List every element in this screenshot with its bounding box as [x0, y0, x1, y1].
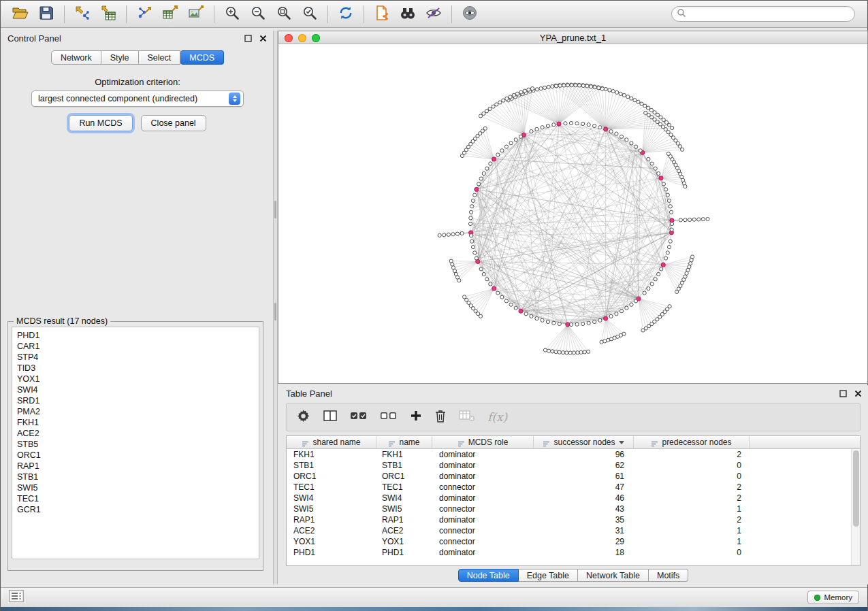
zoom-selected-button[interactable] [297, 3, 323, 25]
table-row[interactable]: TEC1TEC1connector472 [287, 482, 851, 493]
show-columns-button[interactable] [323, 409, 338, 425]
close-table-panel-icon[interactable] [852, 388, 863, 399]
mcds-result-item[interactable]: RAP1 [12, 461, 259, 472]
menu-list-button[interactable] [9, 590, 24, 605]
table-panel-tabs: Node Table Edge Table Network Table Moti… [278, 569, 868, 582]
import-network-icon [74, 5, 91, 24]
mcds-result-item[interactable]: TEC1 [12, 493, 259, 504]
mcds-result-item[interactable]: PMA2 [12, 406, 259, 417]
run-mcds-button[interactable]: Run MCDS [69, 115, 132, 131]
show-graphics-details-button[interactable] [457, 3, 483, 25]
minimize-window-icon[interactable] [298, 34, 306, 42]
table-row[interactable]: PHD1PHD1dominator180 [287, 547, 851, 558]
tab-mcds[interactable]: MCDS [180, 50, 224, 65]
hide-graphics-details-button[interactable] [421, 3, 447, 25]
tab-select[interactable]: Select [139, 50, 181, 65]
global-search-box[interactable] [671, 6, 855, 22]
delete-column-button[interactable] [434, 409, 447, 426]
node-table-body[interactable]: FKH1FKH1dominator962STB1STB1dominator620… [287, 449, 851, 565]
save-session-button[interactable] [33, 3, 59, 25]
table-row[interactable]: STB1STB1dominator620 [287, 460, 851, 471]
mcds-result-item[interactable]: ORC1 [12, 450, 259, 461]
column-header-name[interactable]: name [376, 436, 432, 448]
table-row[interactable]: ACE2ACE2connector311 [287, 525, 851, 536]
network-canvas[interactable] [278, 44, 867, 383]
tab-motifs[interactable]: Motifs [649, 569, 688, 582]
panel-divider[interactable] [273, 31, 278, 584]
export-table-button[interactable] [157, 3, 183, 25]
mcds-result-item[interactable]: CAR1 [12, 341, 259, 352]
table-settings-button[interactable] [296, 409, 310, 426]
zoom-out-button[interactable] [245, 3, 271, 25]
mcds-result-item[interactable]: STB1 [12, 472, 259, 482]
search-icon [677, 8, 686, 20]
tab-style[interactable]: Style [101, 50, 139, 65]
mcds-result-item[interactable]: YOX1 [12, 374, 259, 384]
column-header-mcds-role[interactable]: MCDS role [432, 436, 534, 448]
mcds-result-item[interactable]: SWI5 [12, 482, 259, 493]
divider-handle[interactable] [274, 201, 276, 218]
close-window-icon[interactable] [285, 34, 293, 42]
column-header-successor-nodes[interactable]: successor nodes [534, 436, 634, 448]
column-header-predecessor-nodes[interactable]: predecessor nodes [634, 436, 750, 448]
export-image-icon [187, 5, 205, 24]
import-table-button[interactable] [95, 3, 121, 25]
table-row[interactable]: YOX1YOX1connector291 [287, 536, 851, 547]
create-column-button[interactable] [410, 410, 422, 425]
apply-layout-button[interactable] [333, 3, 359, 25]
memory-button[interactable]: Memory [807, 591, 859, 604]
tab-network[interactable]: Network [51, 50, 101, 65]
table-scrollbar[interactable] [851, 449, 860, 565]
zoom-in-button[interactable] [219, 3, 245, 25]
network-from-clipboard-button[interactable] [369, 3, 395, 25]
tab-network-table[interactable]: Network Table [578, 569, 649, 582]
table-row[interactable]: FKH1FKH1dominator962 [287, 449, 851, 460]
scrollbar-thumb[interactable] [853, 450, 859, 527]
table-cell: STB1 [287, 461, 376, 470]
table-row[interactable]: RAP1RAP1dominator352 [287, 514, 851, 525]
tab-edge-table[interactable]: Edge Table [519, 569, 578, 582]
table-cell: 1 [634, 537, 750, 546]
close-panel-icon[interactable] [257, 33, 268, 44]
table-header-row: shared name name MCDS role successor nod… [287, 436, 860, 449]
mcds-result-item[interactable]: STB5 [12, 439, 259, 450]
mcds-result-item[interactable]: ACE2 [12, 428, 259, 439]
mcds-result-item[interactable]: TID3 [12, 363, 259, 374]
search-input[interactable] [689, 10, 850, 19]
sort-icon [651, 440, 658, 446]
select-all-button[interactable] [350, 409, 368, 425]
float-table-panel-icon[interactable] [837, 388, 848, 399]
float-panel-icon[interactable] [242, 33, 253, 44]
table-row[interactable]: ORC1ORC1dominator610 [287, 471, 851, 482]
function-builder-button[interactable]: f(x) [487, 410, 507, 424]
table-row[interactable]: SWI4SWI4dominator462 [287, 493, 851, 503]
clear-table-button[interactable] [459, 410, 475, 425]
mcds-result-item[interactable]: PHD1 [12, 330, 259, 341]
column-header-shared-name[interactable]: shared name [287, 436, 376, 448]
search-network-button[interactable] [395, 3, 421, 25]
divider-handle[interactable] [274, 303, 276, 320]
export-image-button[interactable] [183, 3, 209, 25]
maximize-window-icon[interactable] [312, 34, 320, 42]
mcds-result-item[interactable]: FKH1 [12, 417, 259, 428]
close-panel-button[interactable]: Close panel [141, 115, 206, 131]
network-graph[interactable] [278, 44, 867, 383]
tab-node-table[interactable]: Node Table [458, 569, 519, 582]
zoom-selected-icon [302, 5, 318, 24]
mcds-result-list[interactable]: PHD1CAR1STP4TID3YOX1SWI4SRD1PMA2FKH1ACE2… [12, 327, 259, 559]
mcds-result-item[interactable]: STP4 [12, 352, 259, 363]
network-window-titlebar[interactable]: YPA_prune.txt_1 [278, 31, 867, 44]
mcds-result-item[interactable]: GCR1 [12, 504, 259, 515]
open-file-button[interactable] [7, 3, 33, 25]
mcds-result-item[interactable]: SWI4 [12, 384, 259, 395]
table-row[interactable]: SWI5SWI5connector431 [287, 503, 851, 514]
export-network-button[interactable] [131, 3, 157, 25]
zoom-fit-button[interactable] [271, 3, 297, 25]
table-cell: dominator [432, 548, 534, 557]
import-network-button[interactable] [69, 3, 95, 25]
table-cell: dominator [432, 515, 534, 525]
deselect-all-button[interactable] [380, 409, 398, 425]
criterion-select[interactable]: largest connected component (undirected) [31, 90, 244, 107]
mcds-result-item[interactable]: SRD1 [12, 395, 259, 406]
table-cell: 96 [534, 450, 634, 459]
